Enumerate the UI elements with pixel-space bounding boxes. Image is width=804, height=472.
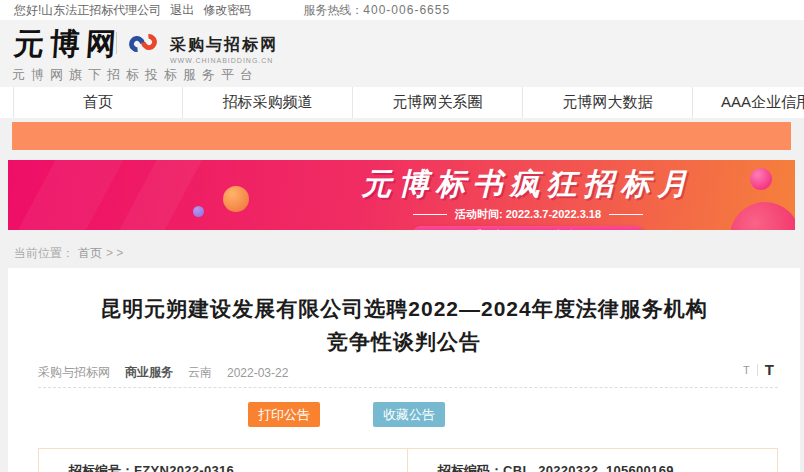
- brand-name: 采购与招标网: [170, 35, 278, 56]
- site-tagline: 元博网旗下招标投标服务平台: [12, 66, 259, 84]
- meta-source: 采购与招标网: [38, 364, 110, 381]
- meta-category[interactable]: 商业服务: [125, 364, 173, 381]
- change-password-link[interactable]: 修改密码: [203, 2, 251, 19]
- logout-link[interactable]: 退出: [170, 2, 194, 19]
- promo-banner[interactable]: 元博标书疯狂招标月 活动时间: 2022.3.7-2022.3.18 ///多重…: [8, 160, 795, 230]
- deco-circle-purple: [193, 206, 204, 217]
- font-size-control: T T: [743, 361, 774, 378]
- brand-block: 采购与招标网 WWW.CHINABIDDING.CN: [170, 35, 278, 64]
- page-title: 昆明元朔建设发展有限公司选聘2022—2024年度法律服务机构 竞争性谈判公告: [8, 268, 800, 358]
- pill-text: 多重好礼·无套路·直接送！: [457, 229, 598, 230]
- nav-item-bigdata[interactable]: 元博网大数据: [523, 87, 693, 118]
- banner-content: 元博标书疯狂招标月 活动时间: 2022.3.7-2022.3.18 ///多重…: [323, 164, 733, 230]
- brand-url: WWW.CHINABIDDING.CN: [170, 57, 278, 64]
- nav-item-aaa-credit[interactable]: AAA企业信用: [693, 87, 804, 118]
- banner-streak: [103, 160, 213, 230]
- site-header: 元博网 采购与招标网 WWW.CHINABIDDING.CN 元博网旗下招标投标…: [0, 20, 804, 87]
- meta-date: 2022-03-22: [227, 366, 288, 380]
- nav-item-home[interactable]: 首页: [13, 87, 183, 118]
- bid-code-label: 招标编码：: [438, 463, 503, 472]
- hotline: 服务热线：400-006-6655: [303, 2, 450, 19]
- bid-info-table: 招标编号：FZYN2022-0316 招标编码：CBL_20220322_105…: [38, 448, 778, 472]
- meta-divider: [38, 387, 778, 388]
- pill-slash-right: ///: [607, 229, 619, 230]
- article-meta: 采购与招标网 商业服务 云南 2022-03-22: [38, 364, 303, 381]
- nav-item-bid-channel[interactable]: 招标采购频道: [183, 87, 353, 118]
- page: 您好!山东法正招标代理公司 退出 修改密码 服务热线：400-006-6655 …: [0, 0, 804, 472]
- brand-logo-icon: [129, 34, 159, 56]
- pill-slash-left: ///: [437, 229, 449, 230]
- banner-time-line: [413, 214, 447, 215]
- breadcrumb-separators: > >: [106, 246, 123, 260]
- bid-number-cell: 招标编号：FZYN2022-0316: [39, 449, 407, 472]
- print-announcement-button[interactable]: 打印公告: [248, 402, 320, 427]
- font-control-divider: [757, 364, 758, 376]
- banner-time-text: 活动时间: 2022.3.7-2022.3.18: [455, 207, 601, 222]
- font-larger-button[interactable]: T: [765, 361, 774, 378]
- hotline-number: 400-006-6655: [363, 3, 450, 17]
- meta-region[interactable]: 云南: [188, 364, 212, 381]
- deco-circle-orange: [223, 186, 249, 212]
- logo-divider: [116, 32, 117, 54]
- bid-code-cell: 招标编码：CBL_20220322_105600169: [407, 449, 777, 472]
- banner-time: 活动时间: 2022.3.7-2022.3.18: [323, 207, 733, 222]
- banner-time-line: [609, 214, 643, 215]
- font-smaller-button[interactable]: T: [743, 364, 750, 376]
- bid-number-value: FZYN2022-0316: [134, 463, 234, 472]
- article-card: 昆明元朔建设发展有限公司选聘2022—2024年度法律服务机构 竞争性谈判公告 …: [8, 268, 800, 472]
- nav-item-relations[interactable]: 元博网关系圈: [353, 87, 523, 118]
- breadcrumb-home-link[interactable]: 首页: [78, 246, 102, 260]
- bid-code-value: CBL_20220322_105600169: [503, 463, 674, 472]
- top-bar: 您好!山东法正招标代理公司 退出 修改密码 服务热线：400-006-6655: [0, 0, 804, 20]
- title-line-2: 竞争性谈判公告: [8, 325, 800, 358]
- favorite-announcement-button[interactable]: 收藏公告: [373, 402, 445, 427]
- deco-circle-pink-small: [750, 168, 772, 190]
- orange-strip: [12, 122, 791, 150]
- banner-title: 元博标书疯狂招标月: [323, 164, 733, 205]
- main-nav: 首页 招标采购频道 元博网关系圈 元博网大数据 AAA企业信用: [0, 87, 804, 118]
- banner-pill-button[interactable]: ///多重好礼·无套路·直接送！///: [411, 226, 645, 230]
- deco-circle-pink-large: [730, 202, 795, 230]
- breadcrumb: 当前位置：首页> >: [14, 245, 123, 262]
- user-greeting: 您好!山东法正招标代理公司: [14, 2, 161, 19]
- title-line-1: 昆明元朔建设发展有限公司选聘2022—2024年度法律服务机构: [8, 292, 800, 325]
- site-logo[interactable]: 元博网: [13, 24, 124, 65]
- hotline-label: 服务热线：: [303, 3, 363, 17]
- breadcrumb-label: 当前位置：: [14, 246, 74, 260]
- bid-number-label: 招标编号：: [69, 463, 134, 472]
- banner-streak: [9, 160, 128, 230]
